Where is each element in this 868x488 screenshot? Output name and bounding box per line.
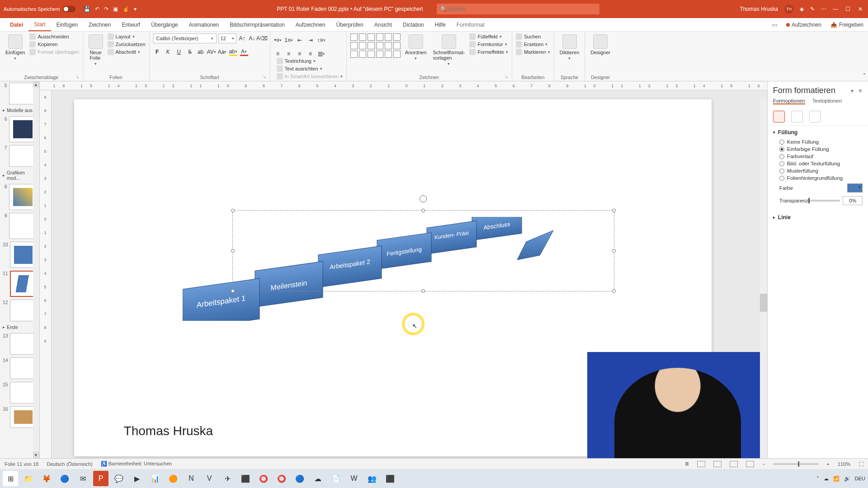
tab-shape-options[interactable]: Formoptionen xyxy=(773,98,805,104)
sorter-view-button[interactable] xyxy=(713,461,722,467)
tab-insert[interactable]: Einfügen xyxy=(51,18,83,31)
user-name[interactable]: Thomas Hruska xyxy=(740,6,778,12)
language-indicator[interactable]: DEU xyxy=(855,476,865,481)
transparency-value[interactable]: 0% xyxy=(843,196,863,205)
launcher-icon[interactable]: ↘ xyxy=(75,75,79,79)
resize-handle[interactable] xyxy=(421,209,425,212)
reading-view-button[interactable] xyxy=(730,461,738,467)
autosave-toggle[interactable]: Automatisches Speichern xyxy=(4,6,75,12)
fill-color-picker[interactable] xyxy=(847,183,863,192)
tab-record[interactable]: Aufzeichnen xyxy=(290,18,331,31)
telegram-icon[interactable]: ✈ xyxy=(220,471,235,486)
new-slide-button[interactable]: Neue Folie▾ xyxy=(87,33,105,67)
shadow-button[interactable]: ab xyxy=(197,48,205,56)
notes-button[interactable]: ≣ xyxy=(685,461,689,467)
fit-window-button[interactable]: ⛶ xyxy=(859,461,863,467)
indent-dec-button[interactable]: ⇤ xyxy=(296,36,304,44)
vertical-ruler[interactable]: 9876543210123456789 xyxy=(40,90,52,458)
vlc-icon[interactable]: ▶ xyxy=(129,471,145,486)
bold-button[interactable]: F xyxy=(153,48,161,56)
tab-slideshow[interactable]: Bildschirmpräsentation xyxy=(224,18,290,31)
tab-view[interactable]: Ansicht xyxy=(369,18,397,31)
effects-tab-icon[interactable] xyxy=(791,111,803,122)
slide-counter[interactable]: Folie 11 von 18 xyxy=(5,461,38,467)
language-indicator[interactable]: Deutsch (Österreich) xyxy=(47,461,92,467)
close-button[interactable]: ✕ xyxy=(858,6,864,12)
columns-button[interactable]: ▥▾ xyxy=(317,50,326,58)
launcher-icon[interactable]: ↘ xyxy=(505,75,508,79)
redo-icon[interactable]: ↷ xyxy=(104,6,108,12)
section-line[interactable]: Linie xyxy=(773,214,863,221)
tab-dictation[interactable]: Dictation xyxy=(397,18,429,31)
launcher-icon[interactable]: ↘ xyxy=(263,75,266,79)
arrange-button[interactable]: Anordnen▾ xyxy=(403,33,429,61)
select-button[interactable]: Markieren▾ xyxy=(516,49,550,55)
replace-button[interactable]: Ersetzen▾ xyxy=(516,41,550,47)
radio-picture-fill[interactable]: Bild- oder Texturfüllung xyxy=(773,160,863,167)
radio-no-fill[interactable]: Keine Füllung xyxy=(773,138,863,145)
radio-slidebg-fill[interactable]: Folienhintergrundfüllung xyxy=(773,174,863,182)
cut-button[interactable]: Ausschneiden xyxy=(29,33,79,40)
scroll-up-icon[interactable]: ▴ xyxy=(33,81,39,88)
rotate-handle[interactable] xyxy=(420,195,427,202)
align-right-button[interactable]: ≡ xyxy=(296,50,304,58)
accessibility-check[interactable]: ♿ Barrierefreiheit: Untersuchen xyxy=(101,461,172,467)
text-direction-button[interactable]: Textrichtung▾ xyxy=(277,58,343,64)
quick-styles-button[interactable]: Schnellformat- vorlagen▾ xyxy=(431,33,467,67)
indent-inc-button[interactable]: ⇥ xyxy=(307,36,315,44)
search-box[interactable]: 🔍 xyxy=(437,4,599,14)
grow-font-icon[interactable]: A↑ xyxy=(238,34,246,42)
slide-thumb-6[interactable] xyxy=(9,116,37,142)
onenote-icon[interactable]: N xyxy=(184,471,199,486)
section-button[interactable]: Abschnitt▾ xyxy=(108,49,146,55)
qat-more-icon[interactable]: ▾ xyxy=(134,6,137,12)
align-left-button[interactable]: ≡ xyxy=(274,50,282,58)
zoom-out-button[interactable]: − xyxy=(762,461,765,467)
selection-box[interactable] xyxy=(232,210,614,291)
volume-icon[interactable]: 🔊 xyxy=(844,476,850,482)
font-size-combo[interactable]: 12▾ xyxy=(218,33,236,43)
pen-icon[interactable]: ✎ xyxy=(810,6,815,12)
slideshow-view-button[interactable] xyxy=(746,461,754,467)
onedrive-icon[interactable]: ☁ xyxy=(824,476,829,482)
shape-outline-button[interactable]: Formkontur▾ xyxy=(469,41,508,47)
clear-format-icon[interactable]: A⌫ xyxy=(258,34,266,42)
tab-transitions[interactable]: Übergänge xyxy=(146,18,183,31)
slide-thumb-9[interactable] xyxy=(9,213,37,239)
transparency-slider[interactable] xyxy=(808,200,840,202)
app-icon[interactable]: ⬛ xyxy=(382,471,398,486)
font-name-combo[interactable]: Calibri (Textkörper)▾ xyxy=(153,33,217,43)
shape-effects-button[interactable]: Formeffekte▾ xyxy=(469,49,508,55)
numbering-button[interactable]: 1≡▾ xyxy=(285,36,293,44)
toggle-switch[interactable] xyxy=(63,6,75,12)
app-icon[interactable]: 🟠 xyxy=(165,471,181,486)
resize-handle[interactable] xyxy=(231,249,235,253)
collapse-ribbon-button[interactable]: ˄ xyxy=(861,32,868,81)
align-text-button[interactable]: Text ausrichten▾ xyxy=(277,66,343,72)
shrink-font-icon[interactable]: A↓ xyxy=(248,34,256,42)
pane-close-icon[interactable]: ✕ xyxy=(858,88,863,94)
app-icon[interactable]: V xyxy=(202,471,217,486)
word-icon[interactable]: W xyxy=(346,471,362,486)
dictate-button[interactable]: Diktieren▾ xyxy=(558,33,581,61)
app-icon[interactable]: 🔵 xyxy=(292,471,307,486)
undo-icon[interactable]: ↶ xyxy=(95,6,99,12)
user-avatar[interactable]: TH xyxy=(784,5,793,14)
line-spacing-button[interactable]: ↕≡▾ xyxy=(317,36,326,44)
spacing-button[interactable]: AV▾ xyxy=(208,48,216,56)
footer-author[interactable]: Thomas Hruska xyxy=(124,424,213,438)
designer-button[interactable]: Designer xyxy=(589,33,612,56)
outlook-icon[interactable]: ✉ xyxy=(75,471,90,486)
record-button[interactable]: Aufzeichnen xyxy=(782,18,826,31)
minimize-button[interactable]: — xyxy=(833,6,839,12)
search-input[interactable] xyxy=(447,6,596,12)
resize-handle[interactable] xyxy=(421,289,425,293)
wifi-icon[interactable]: 📶 xyxy=(833,476,840,482)
zoom-in-button[interactable]: + xyxy=(826,461,829,467)
powerpoint-icon[interactable]: P xyxy=(93,471,108,486)
slide-thumb-7[interactable] xyxy=(9,145,37,167)
zoom-slider[interactable] xyxy=(773,463,818,465)
highlight-button[interactable]: ab▾ xyxy=(229,48,237,56)
slide-panel[interactable]: 5 Modelle aus... 6 7 Grafiken mod... 8 9… xyxy=(0,81,40,458)
app-icon[interactable]: ⬛ xyxy=(238,471,253,486)
